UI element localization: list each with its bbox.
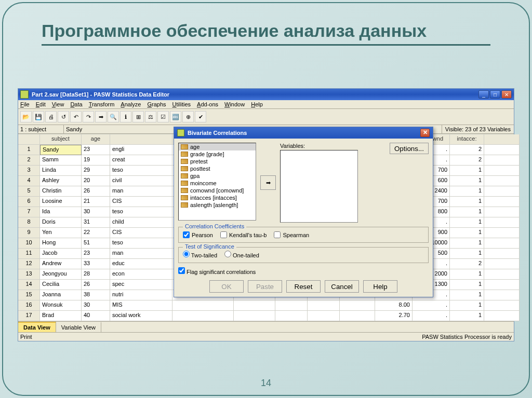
row-header[interactable]: 7 [18, 207, 40, 217]
grid-cell[interactable]: 1 [450, 300, 484, 311]
grid-cell[interactable]: . [413, 311, 450, 321]
minimize-button[interactable]: _ [478, 90, 489, 99]
column-header[interactable]: intacce: [450, 134, 484, 145]
grid-cell[interactable]: Brad [40, 311, 82, 321]
grid-cell[interactable] [484, 197, 520, 207]
grid-cell[interactable] [484, 259, 520, 269]
grid-cell[interactable] [484, 269, 520, 280]
menu-window[interactable]: Window [224, 101, 245, 107]
grid-cell[interactable] [484, 217, 520, 228]
grid-cell[interactable]: Doris [40, 217, 82, 228]
grid-cell[interactable] [308, 300, 340, 311]
grid-cell[interactable]: MIS [110, 300, 172, 311]
menu-utilities[interactable]: Utilities [172, 101, 191, 107]
menu-help[interactable]: Help [251, 101, 263, 107]
grid-cell[interactable]: 1 [450, 280, 484, 290]
grid-cell[interactable]: 30 [82, 300, 110, 311]
grid-cell[interactable]: 2.70 [375, 311, 413, 321]
help-button[interactable]: Help [363, 280, 397, 293]
grid-cell[interactable] [484, 290, 520, 300]
column-header[interactable] [18, 134, 40, 145]
dialog-titlebar[interactable]: Bivariate Correlations ✕ [174, 127, 433, 139]
tb-open-icon[interactable]: 📂 [20, 111, 32, 122]
grid-cell[interactable]: teso [110, 238, 172, 249]
row-header[interactable]: 17 [18, 311, 40, 321]
cancel-button[interactable]: Cancel [325, 280, 359, 293]
grid-cell[interactable]: Sandy [40, 145, 82, 155]
grid-cell[interactable]: Jeongyou [40, 269, 82, 280]
target-variable-list[interactable] [280, 150, 358, 223]
grid-cell[interactable]: 21 [82, 197, 110, 207]
tab-data-view[interactable]: Data View [18, 322, 56, 332]
tb-goto-icon[interactable]: ➡ [95, 111, 107, 122]
grid-cell[interactable]: 2 [450, 145, 484, 155]
tab-variable-view[interactable]: Variable View [56, 322, 101, 332]
grid-cell[interactable] [484, 176, 520, 186]
tb-find-icon[interactable]: 🔍 [108, 111, 119, 122]
grid-cell[interactable]: 2 [450, 259, 484, 269]
grid-cell[interactable]: engli [110, 145, 172, 155]
grid-cell[interactable]: Cecilia [40, 280, 82, 290]
move-right-button[interactable]: ➡ [260, 175, 276, 190]
tb-print-icon[interactable]: 🖨 [45, 111, 57, 122]
row-header[interactable]: 11 [18, 249, 40, 259]
grid-cell[interactable]: 1 [450, 197, 484, 207]
grid-cell[interactable]: 38 [82, 290, 110, 300]
grid-cell[interactable]: 1 [450, 186, 484, 197]
maximize-button[interactable]: □ [490, 90, 500, 99]
titlebar[interactable]: Part 2.sav [DataSet1] - PASW Statistics … [18, 89, 514, 100]
grid-cell[interactable]: 1 [450, 207, 484, 217]
row-header[interactable]: 16 [18, 300, 40, 311]
grid-cell[interactable]: man [110, 186, 172, 197]
grid-cell[interactable]: 1 [450, 176, 484, 186]
grid-cell[interactable] [484, 207, 520, 217]
grid-cell[interactable] [234, 311, 275, 321]
two-tailed-radio[interactable]: Two-tailed [183, 251, 217, 258]
grid-cell[interactable]: Christin [40, 186, 82, 197]
grid-cell[interactable] [484, 249, 520, 259]
pearson-checkbox[interactable]: Pearson [183, 231, 213, 238]
row-header[interactable]: 6 [18, 197, 40, 207]
menu-data[interactable]: Data [70, 101, 82, 107]
grid-cell[interactable]: Jacob [40, 249, 82, 259]
list-item[interactable]: aslength [aslength] [179, 201, 256, 209]
tb-sets-icon[interactable]: ⊕ [182, 111, 194, 122]
list-item[interactable]: comownd [comownd] [179, 187, 256, 194]
grid-cell[interactable]: econ [110, 269, 172, 280]
grid-cell[interactable]: . [413, 300, 450, 311]
grid-cell[interactable] [275, 311, 308, 321]
tb-spell-icon[interactable]: ✔ [195, 111, 206, 122]
row-header[interactable]: 15 [18, 290, 40, 300]
grid-cell[interactable]: 1 [450, 217, 484, 228]
grid-cell[interactable]: child [110, 217, 172, 228]
grid-cell[interactable]: 1 [450, 166, 484, 176]
flag-checkbox[interactable]: Flag significant correlations [178, 267, 256, 275]
column-header[interactable] [110, 134, 172, 145]
menu-transform[interactable]: Transform [89, 101, 115, 107]
grid-cell[interactable]: 20 [82, 176, 110, 186]
kendall-checkbox[interactable]: Kendall's tau-b [220, 231, 267, 238]
row-header[interactable]: 4 [18, 176, 40, 186]
menu-analyze[interactable]: Analyze [121, 101, 141, 107]
grid-cell[interactable]: 33 [82, 259, 110, 269]
menu-edit[interactable]: Edit [36, 101, 46, 107]
grid-cell[interactable]: 23 [82, 249, 110, 259]
list-item[interactable]: gpa [179, 172, 256, 180]
column-header[interactable]: age [82, 134, 110, 145]
row-header[interactable]: 5 [18, 186, 40, 197]
grid-cell[interactable] [340, 300, 375, 311]
grid-cell[interactable] [484, 186, 520, 197]
grid-cell[interactable]: 23 [82, 145, 110, 155]
grid-cell[interactable]: 28 [82, 269, 110, 280]
column-header[interactable] [484, 134, 520, 145]
grid-cell[interactable]: Andrew [40, 259, 82, 269]
reset-button[interactable]: Reset [286, 280, 321, 293]
grid-cell[interactable]: 1 [450, 238, 484, 249]
row-header[interactable]: 12 [18, 259, 40, 269]
grid-cell[interactable]: 31 [82, 217, 110, 228]
list-item[interactable]: intacces [intacces] [179, 194, 256, 201]
ok-button[interactable]: OK [209, 280, 244, 293]
list-item[interactable]: pretest [179, 158, 256, 165]
list-item[interactable]: moincome [179, 180, 256, 187]
grid-cell[interactable] [172, 300, 234, 311]
